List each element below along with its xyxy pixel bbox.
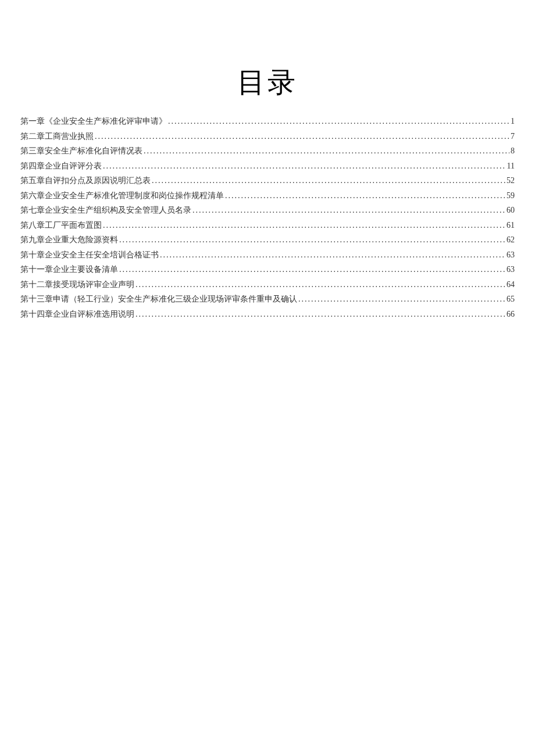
toc-page: 52 bbox=[507, 177, 515, 185]
toc-entry: 第八章工厂平面布置图 61 bbox=[20, 221, 515, 230]
toc-entry: 第十二章接受现场评审企业声明 64 bbox=[20, 281, 515, 289]
toc-page: 11 bbox=[507, 162, 515, 170]
toc-dots bbox=[168, 117, 509, 126]
toc-page: 63 bbox=[507, 251, 515, 259]
toc-label: 第六章企业安全生产标准化管理制度和岗位操作规程清单 bbox=[20, 192, 224, 200]
toc-entry: 第五章自评扣分点及原因说明汇总表 52 bbox=[20, 177, 515, 185]
toc-dots bbox=[95, 132, 509, 141]
toc-page: 59 bbox=[507, 192, 515, 200]
toc-entry: 第十一章企业主要设备清单 63 bbox=[20, 266, 515, 274]
toc-label: 第十三章申请（轻工行业）安全生产标准化三级企业现场评审条件重申及确认 bbox=[20, 295, 297, 303]
toc-dots bbox=[225, 192, 505, 200]
toc-dots bbox=[152, 177, 505, 185]
toc-page: 65 bbox=[507, 295, 515, 303]
toc-dots bbox=[144, 147, 509, 155]
toc-entry: 第十章企业安全主任安全培训合格证书 63 bbox=[20, 251, 515, 259]
toc-label: 第九章企业重大危险源资料 bbox=[20, 236, 118, 244]
toc-page: 66 bbox=[507, 310, 515, 318]
toc-label: 第十一章企业主要设备清单 bbox=[20, 266, 118, 274]
toc-label: 第十章企业安全主任安全培训合格证书 bbox=[20, 251, 159, 259]
toc-dots bbox=[135, 310, 505, 318]
toc-page: 1 bbox=[511, 117, 515, 126]
toc-dots bbox=[103, 221, 505, 230]
toc-dots bbox=[298, 295, 505, 303]
toc-page: 60 bbox=[507, 206, 515, 214]
toc-dots bbox=[103, 162, 506, 170]
toc-entry: 第一章《企业安全生产标准化评审申请》 1 bbox=[20, 117, 515, 126]
toc-dots bbox=[160, 251, 505, 259]
toc-page: 64 bbox=[507, 281, 515, 289]
toc-entry: 第九章企业重大危险源资料 62 bbox=[20, 236, 515, 244]
toc-label: 第八章工厂平面布置图 bbox=[20, 221, 102, 230]
toc-page: 61 bbox=[507, 221, 515, 230]
toc-dots bbox=[135, 281, 505, 289]
toc-entry: 第三章安全生产标准化自评情况表 8 bbox=[20, 147, 515, 155]
toc-entry: 第二章工商营业执照 7 bbox=[20, 132, 515, 141]
toc-page: 7 bbox=[511, 132, 515, 141]
toc-entry: 第六章企业安全生产标准化管理制度和岗位操作规程清单 59 bbox=[20, 192, 515, 200]
table-of-contents: 第一章《企业安全生产标准化评审申请》 1 第二章工商营业执照 7 第三章安全生产… bbox=[20, 117, 515, 318]
page-title: 目录 bbox=[20, 64, 515, 101]
toc-label: 第五章自评扣分点及原因说明汇总表 bbox=[20, 177, 151, 185]
toc-dots bbox=[119, 236, 505, 244]
toc-label: 第三章安全生产标准化自评情况表 bbox=[20, 147, 142, 155]
toc-page: 63 bbox=[507, 266, 515, 274]
toc-label: 第七章企业安全生产组织构及安全管理人员名录 bbox=[20, 206, 191, 214]
toc-label: 第一章《企业安全生产标准化评审申请》 bbox=[20, 117, 167, 126]
toc-label: 第二章工商营业执照 bbox=[20, 132, 94, 141]
toc-entry: 第四章企业自评评分表 11 bbox=[20, 162, 515, 170]
toc-entry: 第七章企业安全生产组织构及安全管理人员名录 60 bbox=[20, 206, 515, 214]
toc-page: 8 bbox=[511, 147, 515, 155]
toc-label: 第十二章接受现场评审企业声明 bbox=[20, 281, 134, 289]
toc-entry: 第十三章申请（轻工行业）安全生产标准化三级企业现场评审条件重申及确认 65 bbox=[20, 295, 515, 303]
toc-label: 第四章企业自评评分表 bbox=[20, 162, 102, 170]
toc-entry: 第十四章企业自评标准选用说明 66 bbox=[20, 310, 515, 318]
toc-dots bbox=[119, 266, 505, 274]
toc-page: 62 bbox=[507, 236, 515, 244]
toc-label: 第十四章企业自评标准选用说明 bbox=[20, 310, 134, 318]
toc-dots bbox=[192, 206, 505, 214]
